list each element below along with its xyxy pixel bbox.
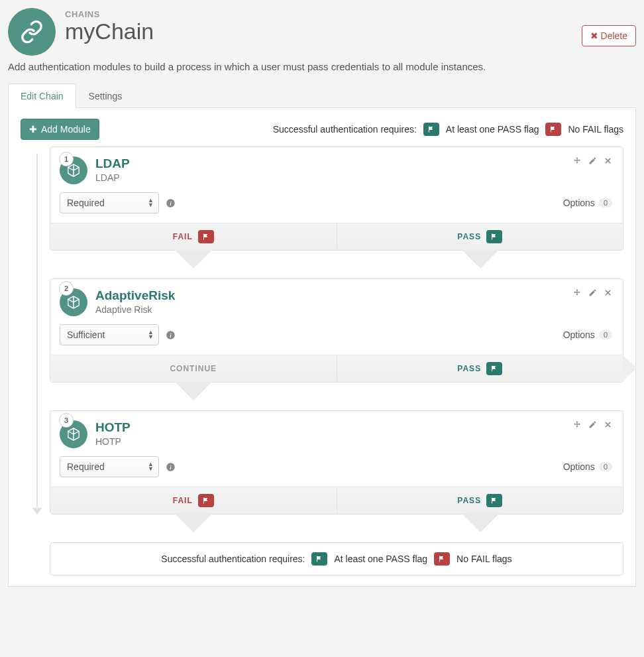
edit-icon[interactable] xyxy=(588,288,597,316)
add-module-label: Add Module xyxy=(41,124,91,135)
fail-flag-text: No FAIL flags xyxy=(568,124,623,135)
edit-icon[interactable] xyxy=(588,420,597,448)
module-card: LDAPLDAPRequired▲▼iOptions0FAILPASS xyxy=(50,147,623,251)
move-icon[interactable] xyxy=(572,420,582,448)
remove-icon[interactable] xyxy=(604,288,612,316)
plus-icon: ✚ xyxy=(29,124,37,135)
move-icon[interactable] xyxy=(572,156,582,184)
module-title: AdaptiveRisk xyxy=(95,288,572,303)
options-count: 0 xyxy=(599,462,612,471)
pass-flag-text: At least one PASS flag xyxy=(334,554,427,564)
module-card: AdaptiveRiskAdaptive RiskSufficient▲▼iOp… xyxy=(50,278,623,383)
step-number: 2 xyxy=(59,281,74,296)
flow-arrows xyxy=(50,514,623,542)
criteria-select[interactable]: Sufficient xyxy=(60,324,159,345)
fail-flag-text: No FAIL flags xyxy=(456,554,512,564)
outcome-continue: CONTINUE xyxy=(50,355,337,382)
options-count: 0 xyxy=(599,330,612,339)
info-icon[interactable]: i xyxy=(166,462,176,472)
edit-icon[interactable] xyxy=(588,156,597,184)
breadcrumb: CHAINS xyxy=(65,9,582,19)
criteria-select[interactable]: Required xyxy=(60,456,159,477)
delete-button[interactable]: ✖ Delete xyxy=(582,25,636,46)
arrow-down-icon xyxy=(175,514,212,532)
page-title: myChain xyxy=(65,19,582,44)
options-label: Options xyxy=(563,198,595,208)
flag-icon xyxy=(311,552,327,566)
remove-icon[interactable] xyxy=(604,156,612,184)
requires-text: Successful authentication requires: xyxy=(161,554,305,564)
step-number: 1 xyxy=(59,152,74,166)
tabs: Edit ChainSettings xyxy=(8,83,636,108)
close-icon: ✖ xyxy=(590,30,598,41)
arrow-down-icon xyxy=(462,514,499,532)
options-count: 0 xyxy=(599,198,612,208)
requires-text: Successful authentication requires: xyxy=(273,124,417,135)
outcome-pass: PASS xyxy=(337,223,623,250)
flag-icon xyxy=(198,494,214,507)
arrow-down-icon xyxy=(462,250,499,269)
flag-icon xyxy=(486,362,502,375)
options-label: Options xyxy=(563,329,595,340)
timeline-arrow-icon xyxy=(32,508,42,514)
tab-settings[interactable]: Settings xyxy=(76,84,135,108)
flag-icon xyxy=(486,494,502,507)
criteria-select[interactable]: Required xyxy=(60,192,159,213)
flag-icon xyxy=(423,123,439,136)
outcome-fail: FAIL xyxy=(50,487,337,514)
flow-arrows xyxy=(50,251,623,278)
tab-edit-chain[interactable]: Edit Chain xyxy=(8,84,76,108)
move-icon[interactable] xyxy=(572,288,582,316)
module-subtitle: HOTP xyxy=(95,436,572,447)
flag-icon xyxy=(486,230,502,243)
module-subtitle: LDAP xyxy=(95,172,572,183)
module-subtitle: Adaptive Risk xyxy=(95,304,572,315)
options-label: Options xyxy=(563,461,595,472)
module-card: HOTPHOTPRequired▲▼iOptions0FAILPASS xyxy=(50,410,623,514)
page-description: Add authentication modules to build a pr… xyxy=(8,61,636,72)
step-number: 3 xyxy=(59,413,74,428)
timeline-line xyxy=(36,153,38,509)
module-title: LDAP xyxy=(95,156,572,171)
delete-label: Delete xyxy=(601,30,627,41)
pass-flag-text: At least one PASS flag xyxy=(446,124,539,135)
arrow-down-icon xyxy=(175,382,212,400)
remove-icon[interactable] xyxy=(604,420,612,448)
outcome-fail: FAIL xyxy=(50,223,337,250)
module-title: HOTP xyxy=(95,420,572,435)
arrow-right-icon xyxy=(623,355,637,381)
chain-header-icon xyxy=(8,8,56,56)
outcome-pass: PASS xyxy=(337,355,623,382)
flag-icon xyxy=(198,230,214,243)
arrow-down-icon xyxy=(175,250,212,269)
flag-icon xyxy=(434,552,450,566)
flow-arrows xyxy=(50,383,623,410)
info-icon[interactable]: i xyxy=(166,330,176,340)
add-module-button[interactable]: ✚ Add Module xyxy=(21,119,99,140)
flag-icon xyxy=(545,123,561,136)
final-requirements-card: Successful authentication requires: At l… xyxy=(50,542,623,575)
info-icon[interactable]: i xyxy=(166,198,176,208)
outcome-pass: PASS xyxy=(337,487,623,514)
